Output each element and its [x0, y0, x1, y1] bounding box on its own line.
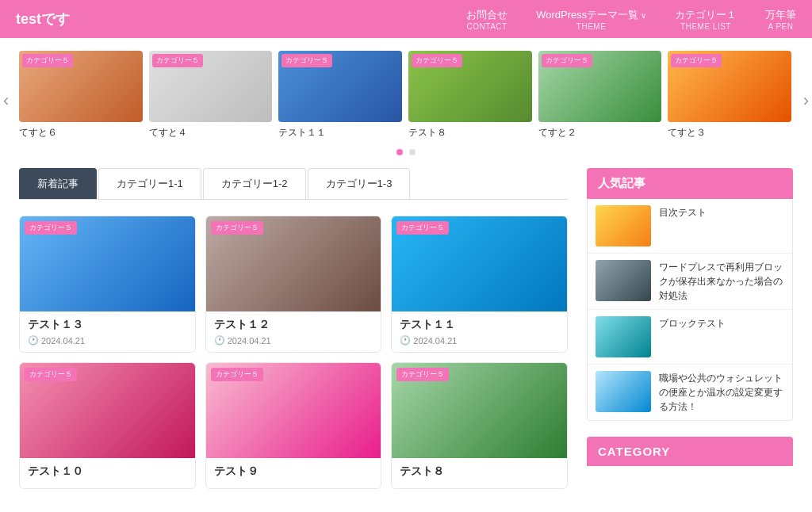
article-image: カテゴリー５: [206, 363, 381, 458]
site-logo[interactable]: testです: [16, 10, 70, 29]
popular-articles-title: 人気記事: [587, 168, 793, 199]
popular-item[interactable]: 職場や公共のウォシュレットの便座とか温水の設定変更する方法！: [588, 365, 792, 420]
clock-icon: 🕐: [28, 335, 39, 346]
article-card[interactable]: カテゴリー５ テスト８: [391, 362, 568, 489]
tab-new-articles[interactable]: 新着記事: [19, 168, 97, 199]
popular-item-image: [596, 371, 651, 412]
slide-image: カテゴリー５: [538, 51, 662, 122]
slide-badge: カテゴリー５: [542, 54, 592, 67]
popular-item-title: 職場や公共のウォシュレットの便座とか温水の設定変更する方法！: [659, 371, 784, 414]
clock-icon: 🕐: [214, 335, 225, 346]
popular-item[interactable]: 目次テスト: [588, 199, 792, 254]
slider-next-button[interactable]: ›: [803, 90, 809, 111]
slide-badge: カテゴリー５: [412, 54, 462, 67]
main-nav: お問合せ CONTACT WordPressテーマ一覧 THEME カテゴリー１…: [466, 8, 796, 31]
slide-title: てすと３: [668, 126, 791, 139]
slide-badge: カテゴリー５: [671, 54, 722, 67]
article-card[interactable]: カテゴリー５ テスト１２ 🕐 2024.04.21: [205, 216, 382, 353]
slide-title: テスト１１: [278, 126, 402, 139]
tab-category-1-1[interactable]: カテゴリー1-1: [98, 168, 201, 199]
article-grid: カテゴリー５ テスト１３ 🕐 2024.04.21 カテゴリー５ テスト１２: [19, 216, 568, 489]
article-title: テスト１３: [28, 318, 187, 332]
content-area: 新着記事 カテゴリー1-1 カテゴリー1-2 カテゴリー1-3 カテゴリー５ テ…: [19, 168, 568, 489]
article-card[interactable]: カテゴリー５ テスト１３ 🕐 2024.04.21: [19, 216, 196, 353]
nav-pen-jp: 万年筆: [765, 8, 796, 22]
slider-track: カテゴリー５ てすと６ カテゴリー５ てすと４ カテゴリー５ テスト１１ カテゴ…: [19, 51, 793, 139]
slide-image: カテゴリー５: [149, 51, 273, 122]
popular-item-image: [596, 316, 651, 357]
article-title: テスト８: [400, 464, 559, 479]
slide-title: てすと２: [538, 126, 662, 139]
slide-badge: カテゴリー５: [152, 54, 203, 67]
slider-prev-button[interactable]: ‹: [3, 90, 9, 111]
article-card[interactable]: カテゴリー５ テスト９: [205, 362, 382, 489]
nav-pen-en: A PEN: [765, 22, 796, 31]
popular-item-image: [596, 260, 651, 301]
tab-category-1-3[interactable]: カテゴリー1-3: [308, 168, 411, 199]
article-badge: カテゴリー５: [396, 368, 449, 381]
article-image: カテゴリー５: [20, 216, 195, 311]
nav-theme[interactable]: WordPressテーマ一覧 THEME: [536, 8, 646, 31]
slide-badge: カテゴリー５: [22, 54, 73, 67]
article-card[interactable]: カテゴリー５ テスト１０: [19, 362, 196, 489]
slide-image: カテゴリー５: [668, 51, 791, 122]
article-title: テスト１０: [28, 464, 187, 479]
article-date: 🕐 2024.04.21: [214, 335, 373, 346]
category-section-title: CATEGORY: [587, 437, 793, 466]
date-text: 2024.04.21: [413, 336, 457, 346]
sidebar: 人気記事 目次テスト ワードプレスで再利用ブロックが保存出来なかった場合の対処法…: [587, 168, 793, 489]
article-date: 🕐 2024.04.21: [400, 335, 559, 346]
tab-category-1-2[interactable]: カテゴリー1-2: [203, 168, 306, 199]
date-text: 2024.04.21: [228, 336, 271, 346]
slide-item[interactable]: カテゴリー５ てすと６: [19, 51, 143, 139]
article-card-body: テスト１０: [20, 458, 195, 488]
nav-theme-en: THEME: [536, 22, 646, 31]
date-text: 2024.04.21: [41, 336, 85, 346]
slide-item[interactable]: カテゴリー５ てすと４: [149, 51, 273, 139]
article-badge: カテゴリー５: [211, 221, 263, 235]
slider-dots: [19, 139, 793, 168]
hero-slider: ‹ カテゴリー５ てすと６ カテゴリー５ てすと４ カテゴリー５ テスト１１ カ…: [0, 38, 812, 168]
article-title: テスト１１: [400, 318, 559, 332]
clock-icon: 🕐: [400, 335, 411, 346]
main-layout: 新着記事 カテゴリー1-1 カテゴリー1-2 カテゴリー1-3 カテゴリー５ テ…: [0, 168, 812, 508]
article-badge: カテゴリー５: [396, 221, 449, 235]
slide-badge: カテゴリー５: [282, 54, 332, 67]
article-image: カテゴリー５: [392, 216, 567, 311]
popular-articles-list: 目次テスト ワードプレスで再利用ブロックが保存出来なかった場合の対処法 ブロック…: [587, 199, 793, 421]
slide-image: カテゴリー５: [278, 51, 402, 122]
article-card-body: テスト１２ 🕐 2024.04.21: [206, 311, 381, 352]
slide-item[interactable]: カテゴリー５ テスト８: [408, 51, 532, 139]
article-tabs: 新着記事 カテゴリー1-1 カテゴリー1-2 カテゴリー1-3: [19, 168, 568, 200]
article-badge: カテゴリー５: [25, 221, 77, 235]
article-image: カテゴリー５: [20, 363, 195, 458]
article-card-body: テスト８: [392, 458, 567, 488]
slide-item[interactable]: カテゴリー５ てすと３: [668, 51, 791, 139]
popular-item-image: [596, 205, 651, 246]
popular-item[interactable]: ブロックテスト: [588, 310, 792, 365]
nav-category-en: THEME LIST: [675, 22, 737, 31]
article-card[interactable]: カテゴリー５ テスト１１ 🕐 2024.04.21: [391, 216, 568, 353]
popular-item[interactable]: ワードプレスで再利用ブロックが保存出来なかった場合の対処法: [588, 254, 792, 310]
slide-title: てすと６: [19, 126, 143, 139]
slide-title: テスト８: [408, 126, 532, 139]
slide-item[interactable]: カテゴリー５ てすと２: [538, 51, 662, 139]
article-badge: カテゴリー５: [211, 368, 263, 381]
article-card-body: テスト９: [206, 458, 381, 488]
article-card-body: テスト１１ 🕐 2024.04.21: [392, 311, 567, 352]
slide-item[interactable]: カテゴリー５ テスト１１: [278, 51, 402, 139]
nav-contact-en: CONTACT: [466, 22, 508, 31]
article-date: 🕐 2024.04.21: [28, 335, 187, 346]
slide-image: カテゴリー５: [408, 51, 532, 122]
slide-title: てすと４: [149, 126, 273, 139]
popular-item-title: 目次テスト: [659, 205, 707, 220]
nav-category[interactable]: カテゴリー１ THEME LIST: [675, 8, 737, 31]
slider-dot-1[interactable]: [396, 149, 403, 155]
slide-image: カテゴリー５: [19, 51, 143, 122]
article-card-body: テスト１３ 🕐 2024.04.21: [20, 311, 195, 352]
slider-dot-2[interactable]: [409, 149, 416, 155]
article-image: カテゴリー５: [392, 363, 567, 458]
nav-contact[interactable]: お問合せ CONTACT: [466, 8, 508, 31]
nav-pen[interactable]: 万年筆 A PEN: [765, 8, 796, 31]
site-header: testです お問合せ CONTACT WordPressテーマ一覧 THEME…: [0, 0, 812, 38]
